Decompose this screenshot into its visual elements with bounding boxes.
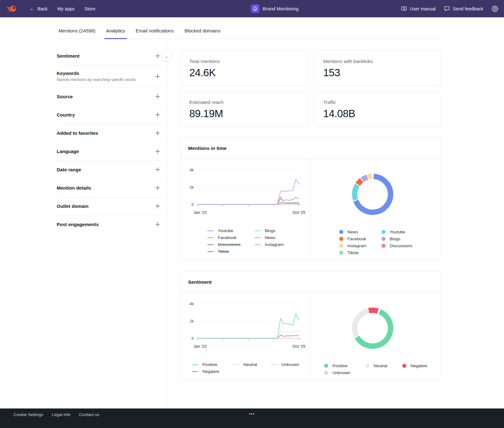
legend-item-unknown[interactable]: Unknown — [324, 370, 350, 375]
stat-value: 24.6K — [189, 67, 299, 79]
legend-dash-icon — [207, 251, 214, 252]
legend-item-discussions[interactable]: Discussions — [207, 242, 240, 247]
legend-dot-icon — [324, 364, 328, 368]
donut-chart-canvas — [311, 298, 441, 360]
filter-sentiment[interactable]: Sentiment — [57, 47, 161, 66]
line-chart-legend: YoutubeBlogsFacebookNewsDiscussionsInsta… — [207, 228, 284, 254]
svg-text:Oct '25: Oct '25 — [292, 344, 305, 349]
send-feedback-button[interactable]: Send feedback — [444, 6, 483, 11]
svg-text:Jan '23: Jan '23 — [193, 210, 207, 215]
footer-more-button[interactable]: ••• — [249, 411, 255, 417]
legend-item-instagram[interactable]: Instagram — [339, 243, 366, 248]
user-manual-button[interactable]: User manual — [401, 6, 436, 11]
legend-item-tiktok[interactable]: Tiktok — [207, 249, 240, 254]
add-filter-button[interactable] — [154, 52, 161, 60]
donut-chart-legend: NewsYoutubeFacebookBlogsInstagramDiscuss… — [339, 230, 412, 255]
legend-item-neutral[interactable]: Neutral — [365, 363, 387, 368]
legend-item-blogs[interactable]: Blogs — [255, 228, 284, 233]
legend-item-negative[interactable]: Negative — [402, 363, 427, 368]
tab-bar: Mentions (24598) Analytics Email notific… — [57, 24, 441, 39]
legend-label: Positive — [202, 362, 217, 367]
plus-icon — [155, 203, 161, 209]
filter-source[interactable]: Source — [57, 88, 161, 106]
stat-card-total-mentions: Total mentions 24.6K — [180, 50, 308, 86]
legend-item-unknown[interactable]: Unknown — [271, 362, 299, 367]
back-label: Back — [37, 6, 48, 11]
collapse-sidebar-button[interactable]: ← — [162, 51, 172, 61]
add-filter-button[interactable] — [154, 221, 161, 228]
filter-mention-details[interactable]: Mention details — [57, 179, 161, 197]
add-filter-button[interactable] — [154, 203, 161, 210]
legend-item-discussions[interactable]: Discussions — [381, 243, 412, 248]
add-filter-button[interactable] — [154, 184, 161, 191]
legend-item-blogs[interactable]: Blogs — [381, 237, 412, 241]
footer-legal-info[interactable]: Legal Info — [52, 412, 71, 418]
legend-dot-icon — [381, 230, 386, 234]
filter-language[interactable]: Language — [57, 143, 161, 161]
legend-item-news[interactable]: News — [339, 230, 366, 234]
legend-label: Instagram — [265, 242, 284, 247]
footer-links: Cookie Settings Legal Info Contact us — [14, 412, 99, 418]
plus-icon — [155, 130, 161, 136]
legend-item-positive[interactable]: Positive — [192, 362, 219, 367]
legend-label: Discussions — [218, 242, 240, 247]
footer-cookie-settings[interactable]: Cookie Settings — [14, 412, 43, 418]
legend-item-facebook[interactable]: Facebook — [207, 235, 240, 240]
filter-added-to-favorites[interactable]: Added to favorites — [57, 124, 161, 143]
filter-title: Post engagements — [57, 222, 99, 227]
footer-contact-us[interactable]: Contact us — [79, 412, 100, 418]
stat-card-estimated-reach: Estimated reach 89.19M — [180, 91, 308, 127]
stat-label: Traffic — [323, 100, 432, 105]
semrush-logo-icon[interactable] — [6, 4, 17, 14]
back-button[interactable]: ← Back — [29, 6, 48, 11]
my-apps-button[interactable]: My apps — [57, 6, 75, 11]
legend-item-youtube[interactable]: Youtube — [207, 228, 240, 233]
legend-dot-icon — [381, 237, 386, 241]
add-filter-button[interactable] — [154, 93, 161, 100]
add-filter-button[interactable] — [154, 73, 161, 80]
tab-blocked-domains[interactable]: Blocked domains — [183, 24, 222, 39]
legend-item-youtube[interactable]: Youtube — [381, 230, 412, 234]
bell-app-icon — [251, 4, 260, 13]
collapse-arrow-icon: ← — [165, 54, 169, 59]
store-button[interactable]: Store — [84, 6, 95, 11]
line-chart-legend: PositiveNeutralUnknownNegative — [192, 362, 299, 374]
settings-gear-icon[interactable] — [492, 5, 498, 12]
tab-analytics[interactable]: Analytics — [104, 24, 127, 39]
add-filter-button[interactable] — [154, 166, 161, 173]
filter-date-range[interactable]: Date range — [57, 161, 161, 179]
legend-item-negative[interactable]: Negative — [192, 369, 219, 374]
card-title: Sentiment — [180, 271, 441, 293]
mentions-in-time-card: Mentions in time 02k4kJan '23Oct '25 You… — [180, 137, 441, 260]
filter-post-engagements[interactable]: Post engagements — [57, 216, 161, 234]
user-manual-label: User manual — [410, 6, 436, 11]
sentiment-line-chart: 02k4kJan '23Oct '25 PositiveNeutralUnkno… — [180, 293, 311, 379]
filter-title: Sentiment — [57, 53, 80, 59]
legend-item-positive[interactable]: Positive — [324, 363, 350, 368]
legend-label: Discussions — [390, 243, 412, 248]
legend-dot-icon — [339, 251, 343, 255]
legend-item-news[interactable]: News — [255, 235, 284, 240]
legend-dash-icon — [207, 237, 214, 238]
filter-title: Date range — [57, 167, 81, 172]
filter-keywords[interactable]: KeywordsNarrow mentions by searching spe… — [57, 66, 161, 88]
legend-item-neutral[interactable]: Neutral — [233, 362, 257, 367]
legend-item-instagram[interactable]: Instagram — [255, 242, 284, 247]
tab-email-notifications[interactable]: Email notifications — [134, 24, 176, 39]
legend-label: News — [265, 235, 276, 240]
add-filter-button[interactable] — [154, 111, 161, 118]
legend-label: Youtube — [390, 230, 405, 234]
svg-text:0: 0 — [192, 336, 194, 341]
legend-item-tiktok[interactable]: Tiktok — [339, 250, 366, 255]
legend-label: Tiktok — [218, 249, 229, 254]
svg-text:Oct '25: Oct '25 — [292, 210, 305, 215]
filter-country[interactable]: Country — [57, 106, 161, 124]
legend-item-facebook[interactable]: Facebook — [339, 237, 366, 241]
tab-mentions[interactable]: Mentions (24598) — [57, 24, 97, 39]
stat-label: Mentions with backlinks — [323, 59, 432, 64]
filter-outlet-domain[interactable]: Outlet domain — [57, 197, 161, 216]
add-filter-button[interactable] — [154, 129, 161, 137]
add-filter-button[interactable] — [154, 148, 161, 155]
plus-icon — [155, 167, 161, 173]
donut-chart-legend: PositiveNeutralNegativeUnknown — [324, 363, 427, 375]
